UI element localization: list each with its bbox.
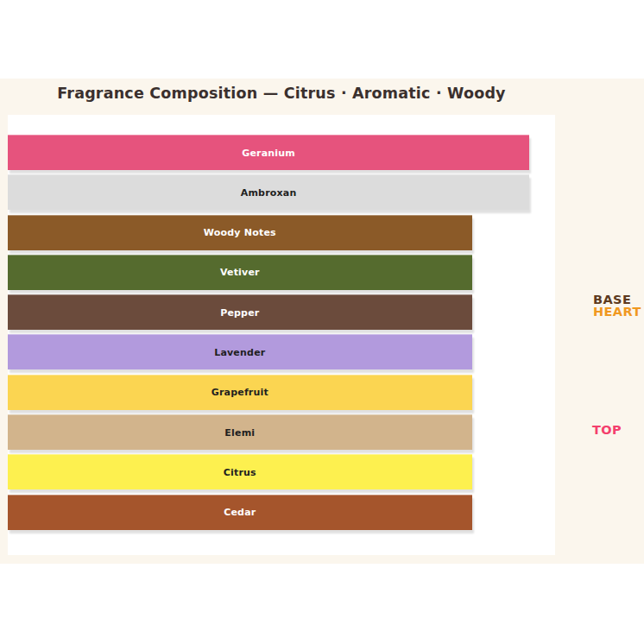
bar-grapefruit: Grapefruit [8,375,472,410]
bar-pepper: Pepper [8,294,472,330]
bar-label: Grapefruit [212,387,268,398]
bar-label: Geranium [242,148,295,159]
bar-label: Pepper [220,307,259,319]
bar-cedar: Cedar [8,495,472,530]
bars-container: GeraniumAmbroxanWoody NotesVetiverPepper… [8,115,555,530]
bar-elemi: Elemi [8,414,472,450]
bar-ambroxan: Ambroxan [8,174,529,210]
bar-citrus: Citrus [8,454,472,489]
bar-label: Woody Notes [204,227,276,238]
group-label-heart: HEART [593,306,641,319]
bar-label: Elemi [224,427,255,439]
bar-vetiver: Vetiver [8,255,472,290]
chart-plot-area: GeraniumAmbroxanWoody NotesVetiverPepper… [8,115,555,555]
bar-label: Ambroxan [241,187,297,199]
bar-geranium: Geranium [8,135,529,170]
bar-woody-notes: Woody Notes [8,215,472,250]
bar-label: Lavender [214,347,265,358]
bar-label: Vetiver [220,267,260,278]
chart-title: Fragrance Composition — Citrus · Aromati… [8,85,555,102]
bar-label: Cedar [224,507,256,518]
bar-lavender: Lavender [8,334,472,369]
bar-label: Citrus [224,467,256,478]
group-label-top: TOP [592,424,622,437]
